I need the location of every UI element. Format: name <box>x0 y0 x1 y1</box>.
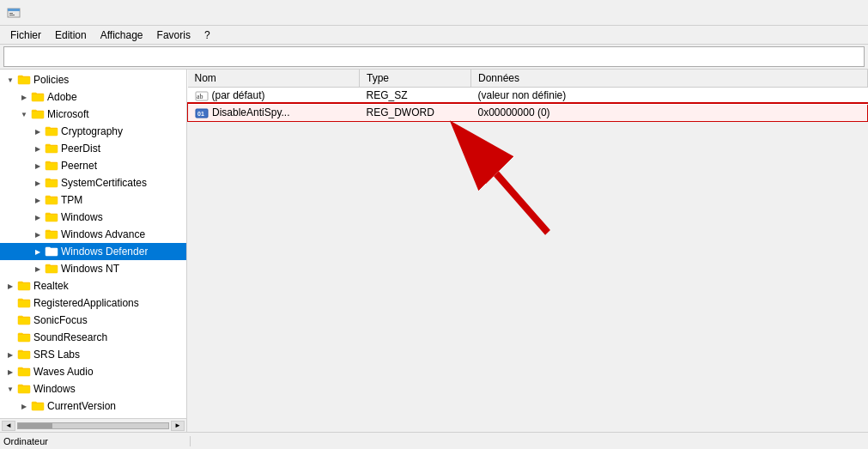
folder-icon <box>45 262 58 276</box>
tree-item-windows[interactable]: ▶ Windows <box>0 209 186 226</box>
folder-icon <box>31 90 45 104</box>
expand-icon[interactable]: ▶ <box>31 245 45 258</box>
expand-icon[interactable]: ▶ <box>31 210 45 224</box>
registry-table: Nom Type Données ab (par défaut)REG_SZ(v… <box>187 70 868 122</box>
tree-hscroll[interactable]: ◄ ► <box>0 418 186 432</box>
status-computer: Ordinateur <box>3 436 191 446</box>
expand-icon[interactable]: ▶ <box>31 142 45 155</box>
folder-icon <box>45 159 58 173</box>
menu-help[interactable]: ? <box>197 27 217 43</box>
tree-item-windowsadvance[interactable]: ▶ Windows Advance <box>0 226 186 243</box>
tree-item-sonicfocus[interactable]: SonicFocus <box>0 312 186 329</box>
expand-icon[interactable]: ▶ <box>31 193 45 207</box>
maximize-button[interactable] <box>780 0 820 26</box>
tree-item-label: Realtek <box>33 280 69 292</box>
tree-item-label: CurrentVersion <box>47 400 116 412</box>
tree-item-windows2[interactable]: ▼ Windows <box>0 380 186 397</box>
tree-item-realtek[interactable]: ▶ Realtek <box>0 277 186 294</box>
expand-icon[interactable]: ▶ <box>3 279 17 293</box>
folder-icon <box>17 313 31 327</box>
tree-item-policies[interactable]: ▼ Policies <box>0 71 186 88</box>
tree-item-windowsnt[interactable]: ▶ Windows NT <box>0 260 186 277</box>
reg-name-text: DisableAntiSpy... <box>212 106 290 118</box>
collapse-icon[interactable]: ▼ <box>3 73 17 87</box>
folder-icon <box>45 176 58 190</box>
reg-entry-data: 0x00000000 (0) <box>471 104 868 121</box>
reg-entry-type: REG_SZ <box>360 88 471 105</box>
reg-entry-name: ab (par défaut) <box>188 88 360 105</box>
tree-item-label: SonicFocus <box>33 314 88 326</box>
expand-icon[interactable]: ▶ <box>31 176 45 190</box>
tree-item-label: Windows <box>33 383 76 395</box>
table-header-row: Nom Type Données <box>188 70 868 88</box>
reg-entry-data: (valeur non définie) <box>471 88 868 105</box>
folder-icon <box>45 210 58 224</box>
menu-fichier[interactable]: Fichier <box>3 27 48 43</box>
address-bar[interactable] <box>3 46 865 67</box>
scroll-right-btn[interactable]: ► <box>171 421 185 431</box>
dword-reg-icon: 01 <box>195 106 209 118</box>
tree-item-cryptography[interactable]: ▶ Cryptography <box>0 123 186 140</box>
tree-item-label: Microsoft <box>47 108 89 120</box>
tree-item-wavesaudio[interactable]: ▶ Waves Audio <box>0 363 186 380</box>
h-scroll-thumb[interactable] <box>18 423 52 428</box>
folder-icon <box>17 382 31 396</box>
menu-favoris[interactable]: Favoris <box>150 27 197 43</box>
table-row[interactable]: 01 DisableAntiSpy...REG_DWORD0x00000000 … <box>188 104 868 121</box>
tree-item-label: PeerDist <box>61 143 100 155</box>
expand-icon[interactable]: ▶ <box>3 365 17 379</box>
svg-rect-1 <box>8 9 20 11</box>
tree-item-adobe[interactable]: ▶ Adobe <box>0 88 186 106</box>
expand-icon[interactable]: ▶ <box>17 90 31 104</box>
svg-text:ab: ab <box>197 93 203 100</box>
tree-item-srslabs[interactable]: ▶ SRS Labs <box>0 346 186 363</box>
menu-affichage[interactable]: Affichage <box>94 27 150 43</box>
tree-item-label: Windows <box>61 211 103 223</box>
folder-icon <box>17 348 31 361</box>
collapse-icon[interactable]: ▼ <box>3 382 17 396</box>
folder-icon <box>45 142 58 155</box>
table-row[interactable]: ab (par défaut)REG_SZ(valeur non définie… <box>188 88 868 105</box>
svg-rect-2 <box>9 13 13 14</box>
status-bar: Ordinateur <box>0 432 868 449</box>
expand-icon[interactable]: ▶ <box>31 228 45 241</box>
tree-content: ▼ Policies▶ Adobe▼ Microsoft▶ Cryptograp… <box>0 70 186 418</box>
tree-item-label: Policies <box>33 74 69 86</box>
tree-item-registeredapps[interactable]: RegisteredApplications <box>0 294 186 312</box>
right-panel: Nom Type Données ab (par défaut)REG_SZ(v… <box>187 70 868 122</box>
ab-reg-icon: ab <box>195 89 209 101</box>
menu-bar: Fichier Edition Affichage Favoris ? <box>0 26 868 45</box>
expand-icon[interactable]: ▶ <box>31 262 45 276</box>
menu-edition[interactable]: Edition <box>48 27 94 43</box>
folder-icon <box>17 365 31 379</box>
tree-item-soundresearch[interactable]: SoundResearch <box>0 329 186 346</box>
close-button[interactable] <box>822 0 861 26</box>
expand-icon[interactable]: ▶ <box>3 348 17 361</box>
h-scroll-track[interactable] <box>17 422 169 429</box>
reg-entry-type: REG_DWORD <box>360 104 471 121</box>
svg-line-9 <box>496 173 548 233</box>
folder-icon <box>45 245 58 258</box>
tree-item-windowsdefender[interactable]: ▶ Windows Defender <box>0 243 186 260</box>
tree-item-tpm[interactable]: ▶ TPM <box>0 191 186 209</box>
tree-item-peerdist[interactable]: ▶ PeerDist <box>0 140 186 157</box>
svg-rect-3 <box>9 15 15 15</box>
expand-icon[interactable]: ▶ <box>31 159 45 173</box>
expand-icon[interactable]: ▶ <box>17 399 31 413</box>
col-donnees[interactable]: Données <box>471 70 868 88</box>
expand-icon[interactable]: ▶ <box>31 124 45 138</box>
scroll-left-btn[interactable]: ◄ <box>2 421 15 431</box>
tree-item-peernet[interactable]: ▶ Peernet <box>0 157 186 174</box>
folder-icon <box>31 107 45 121</box>
tree-item-microsoft[interactable]: ▼ Microsoft <box>0 106 186 123</box>
tree-item-label: RegisteredApplications <box>33 297 139 309</box>
folder-icon <box>31 399 45 413</box>
tree-item-label: Cryptography <box>61 125 123 137</box>
collapse-icon[interactable]: ▼ <box>17 107 31 121</box>
minimize-button[interactable] <box>739 0 779 26</box>
tree-item-systemcertificates[interactable]: ▶ SystemCertificates <box>0 174 186 191</box>
title-bar <box>0 0 868 26</box>
col-nom[interactable]: Nom <box>188 70 360 88</box>
tree-item-currentversion[interactable]: ▶ CurrentVersion <box>0 397 186 415</box>
col-type[interactable]: Type <box>360 70 471 88</box>
